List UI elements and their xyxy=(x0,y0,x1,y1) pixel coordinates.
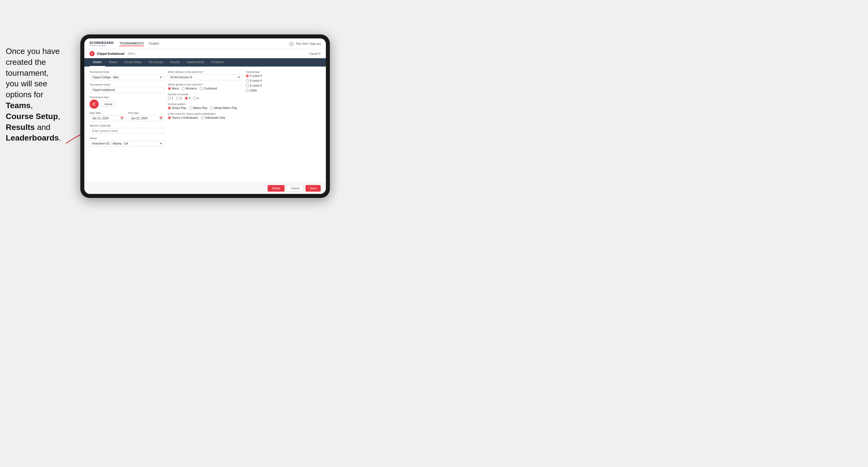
nav-teams[interactable]: TEAMS xyxy=(148,42,159,46)
tab-tee-groups[interactable]: Tee Groups xyxy=(145,58,167,67)
start-date-group: Start date 📅 xyxy=(90,112,125,121)
tab-details[interactable]: Details xyxy=(90,58,105,67)
tournament-title-area: C Clippd Invitational (Men) xyxy=(90,51,135,56)
cancel-button[interactable]: Cancel xyxy=(286,185,304,192)
start-date-label: Start date xyxy=(90,112,125,115)
rounds-group: Number of rounds 1 2 xyxy=(168,93,243,100)
logo-group: Tournament logo C Upload xyxy=(90,96,164,109)
form-col-2: Which division is the event for? NCAA Di… xyxy=(168,70,243,147)
start-date-wrapper: 📅 xyxy=(90,115,125,121)
individuals-only[interactable]: Individuals Only xyxy=(201,116,225,119)
tab-results[interactable]: Results xyxy=(167,58,183,67)
logo-text: SCOREBOARD xyxy=(90,41,114,44)
gender-group: Which gender is the event for? Mens Wome… xyxy=(168,83,243,90)
rounds-radio-group: 1 2 3 4 xyxy=(168,97,243,100)
logo-area: SCOREBOARD Powered by clippd xyxy=(90,41,114,47)
rounds-4[interactable]: 4 xyxy=(193,97,199,100)
venue-select[interactable]: Peachtree GC - Atlanta - GA xyxy=(90,141,164,147)
teams-group: Is this event for Teams and/or Individua… xyxy=(168,113,243,119)
save-button[interactable]: Save xyxy=(306,185,321,192)
venue-group: Venue Peachtree GC - Atlanta - GA xyxy=(90,137,164,147)
format-5count4[interactable]: 5 count 4 xyxy=(246,74,321,77)
tab-bar: Details Teams Course Setup Tee Groups Re… xyxy=(84,58,326,67)
date-row: Start date 📅 End date 📅 xyxy=(90,112,164,121)
gender-combined[interactable]: Combined xyxy=(199,87,217,90)
tournament-icon: C xyxy=(90,51,95,56)
teams-plus-individuals[interactable]: Teams (+Individuals) xyxy=(168,116,198,119)
scoring-radio-group: Stroke Play Match Play Medal Match Play xyxy=(168,106,243,110)
end-date-group: End date 📅 xyxy=(128,112,164,121)
format-6count4[interactable]: 6 count 4 xyxy=(246,79,321,82)
gender-mens[interactable]: Mens xyxy=(168,87,179,90)
tournament-gender-tag: (Men) xyxy=(128,52,135,55)
logo-upload-area: C Upload xyxy=(90,99,164,109)
upload-button[interactable]: Upload xyxy=(101,101,116,107)
scoring-stroke[interactable]: Stroke Play xyxy=(168,106,186,110)
name-label: Tournament name xyxy=(90,83,164,86)
top-nav: SCOREBOARD Powered by clippd TOURNAMENTS… xyxy=(84,38,326,49)
host-label: Tournament Host xyxy=(90,70,164,73)
tablet-shell: SCOREBOARD Powered by clippd TOURNAMENTS… xyxy=(80,34,330,198)
division-select[interactable]: NCAA Division III xyxy=(168,74,243,80)
sponsor-label: Sponsor (optional) xyxy=(90,124,164,127)
scoring-match[interactable]: Match Play xyxy=(189,106,207,110)
teams-radio-group: Teams (+Individuals) Individuals Only xyxy=(168,116,243,119)
rounds-3[interactable]: 3 xyxy=(185,97,190,100)
format-radio-group: 5 count 4 6 count 4 6 count 5 xyxy=(246,74,321,92)
name-input[interactable] xyxy=(90,87,164,93)
division-label: Which division is the event for? xyxy=(168,70,243,73)
end-date-wrapper: 📅 xyxy=(128,115,164,121)
end-date-label: End date xyxy=(128,112,164,115)
format-6count5[interactable]: 6 count 5 xyxy=(246,84,321,87)
nav-tournaments[interactable]: TOURNAMENTS xyxy=(119,41,144,46)
nav-right: Test User | Sign out xyxy=(289,41,321,46)
gender-womens[interactable]: Womens xyxy=(182,87,197,90)
cancel-tournament-link[interactable]: Cancel X xyxy=(309,52,321,55)
logo-sub: Powered by clippd xyxy=(90,44,114,47)
instruction-text: Once you have created the tournament, yo… xyxy=(0,46,69,144)
tablet-screen: SCOREBOARD Powered by clippd TOURNAMENTS… xyxy=(84,38,326,194)
rounds-2[interactable]: 2 xyxy=(176,97,182,100)
form-grid: Tournament Host Clippd College - Men Tou… xyxy=(90,70,321,147)
gender-label: Which gender is the event for? xyxy=(168,83,243,86)
user-avatar xyxy=(289,41,294,46)
footer-bar: Delete Cancel Save xyxy=(84,182,326,194)
rounds-1[interactable]: 1 xyxy=(168,97,174,100)
teams-label: Is this event for Teams and/or Individua… xyxy=(168,113,243,115)
format-label: Format type xyxy=(246,70,321,73)
host-group: Tournament Host Clippd College - Men xyxy=(90,70,164,80)
venue-label: Venue xyxy=(90,137,164,140)
format-group: Format type 5 count 4 6 count 4 xyxy=(246,70,321,92)
host-select[interactable]: Clippd College - Men xyxy=(90,74,164,80)
tab-course-setup[interactable]: Course Setup xyxy=(121,58,145,67)
logo-circle: C xyxy=(90,99,99,109)
scoring-label: Scoring system xyxy=(168,103,243,105)
sponsor-group: Sponsor (optional) xyxy=(90,124,164,134)
scoring-group: Scoring system Stroke Play Match Play xyxy=(168,103,243,110)
gender-radio-group: Mens Womens Combined xyxy=(168,87,243,90)
user-label[interactable]: Test User | Sign out xyxy=(296,42,321,45)
tournament-title: Clippd Invitational xyxy=(97,52,124,55)
start-date-input[interactable] xyxy=(90,115,125,121)
division-group: Which division is the event for? NCAA Di… xyxy=(168,70,243,80)
sub-header: C Clippd Invitational (Men) Cancel X xyxy=(84,49,326,58)
tab-leaderboards[interactable]: Leaderboards xyxy=(183,58,208,67)
format-other[interactable]: Other xyxy=(246,89,321,92)
logo-label: Tournament logo xyxy=(90,96,164,99)
tab-teams[interactable]: Teams xyxy=(105,58,121,67)
scoring-medal-match[interactable]: Medal Match Play xyxy=(210,106,237,110)
main-content: Tournament Host Clippd College - Men Tou… xyxy=(84,67,326,182)
delete-button[interactable]: Delete xyxy=(268,185,284,192)
rounds-label: Number of rounds xyxy=(168,93,243,96)
nav-links: TOURNAMENTS TEAMS xyxy=(119,41,159,46)
form-col-3: Format type 5 count 4 6 count 4 xyxy=(246,70,321,147)
nav-left: SCOREBOARD Powered by clippd TOURNAMENTS… xyxy=(90,41,159,47)
sponsor-input[interactable] xyxy=(90,128,164,134)
end-date-input[interactable] xyxy=(128,115,164,121)
tab-printables[interactable]: Printables xyxy=(208,58,227,67)
name-group: Tournament name xyxy=(90,83,164,93)
form-col-1: Tournament Host Clippd College - Men Tou… xyxy=(90,70,164,147)
